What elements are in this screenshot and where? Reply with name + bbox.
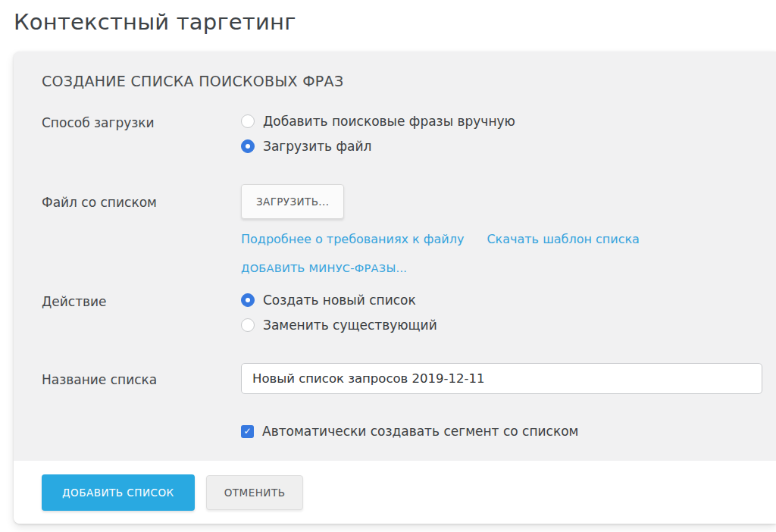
- list-name-input[interactable]: [241, 363, 762, 394]
- radio-option-replace-existing[interactable]: Заменить существующий: [241, 318, 762, 333]
- page-title: Контекстный таргетинг: [14, 9, 776, 35]
- card-footer: ДОБАВИТЬ СПИСОК ОТМЕНИТЬ: [14, 461, 776, 524]
- upload-method-row: Способ загрузки Добавить поисковые фразы…: [42, 114, 762, 164]
- segment-checkbox-row[interactable]: ✓ Автоматически создавать сегмент со спи…: [241, 424, 762, 439]
- action-options: Создать новый список Заменить существующ…: [241, 293, 762, 343]
- create-phrase-list-card: СОЗДАНИЕ СПИСКА ПОИСКОВЫХ ФРАЗ Способ за…: [14, 52, 776, 524]
- radio-option-manual[interactable]: Добавить поисковые фразы вручную: [241, 114, 762, 129]
- radio-option-label: Заменить существующий: [263, 318, 437, 333]
- radio-selected-icon[interactable]: [241, 293, 255, 307]
- radio-unselected-icon[interactable]: [241, 318, 255, 332]
- action-row: Действие Создать новый список Заменить с…: [42, 293, 762, 343]
- download-template-link[interactable]: Скачать шаблон списка: [487, 232, 640, 246]
- card-body: СОЗДАНИЕ СПИСКА ПОИСКОВЫХ ФРАЗ Способ за…: [14, 52, 776, 439]
- add-list-button[interactable]: ДОБАВИТЬ СПИСОК: [42, 474, 195, 511]
- radio-unselected-icon[interactable]: [241, 114, 255, 128]
- file-row: Файл со списком ЗАГРУЗИТЬ... Подробнее о…: [42, 184, 762, 275]
- add-minus-phrases-link[interactable]: ДОБАВИТЬ МИНУС-ФРАЗЫ...: [241, 262, 407, 274]
- radio-option-label: Загрузить файл: [263, 139, 371, 154]
- upload-method-options: Добавить поисковые фразы вручную Загрузи…: [241, 114, 762, 164]
- segment-checkbox-label: Автоматически создавать сегмент со списк…: [262, 424, 578, 439]
- list-name-row: Название списка: [42, 363, 762, 394]
- radio-selected-icon[interactable]: [241, 139, 255, 153]
- radio-option-create-new[interactable]: Создать новый список: [241, 293, 762, 308]
- card-heading: СОЗДАНИЕ СПИСКА ПОИСКОВЫХ ФРАЗ: [42, 73, 762, 89]
- file-controls: ЗАГРУЗИТЬ... Подробнее о требованиях к ф…: [241, 184, 762, 275]
- upload-file-button[interactable]: ЗАГРУЗИТЬ...: [241, 184, 344, 219]
- action-label: Действие: [42, 293, 241, 309]
- radio-option-upload-file[interactable]: Загрузить файл: [241, 139, 762, 154]
- checkbox-checked-icon[interactable]: ✓: [241, 425, 254, 438]
- radio-option-label: Добавить поисковые фразы вручную: [263, 114, 515, 129]
- radio-option-label: Создать новый список: [263, 293, 416, 308]
- cancel-button[interactable]: ОТМЕНИТЬ: [206, 475, 304, 510]
- list-name-label: Название списка: [42, 371, 241, 387]
- upload-method-label: Способ загрузки: [42, 114, 241, 130]
- file-requirements-link[interactable]: Подробнее о требованиях к файлу: [241, 232, 464, 246]
- file-links-row: Подробнее о требованиях к файлу Скачать …: [241, 232, 762, 246]
- file-label: Файл со списком: [42, 184, 241, 210]
